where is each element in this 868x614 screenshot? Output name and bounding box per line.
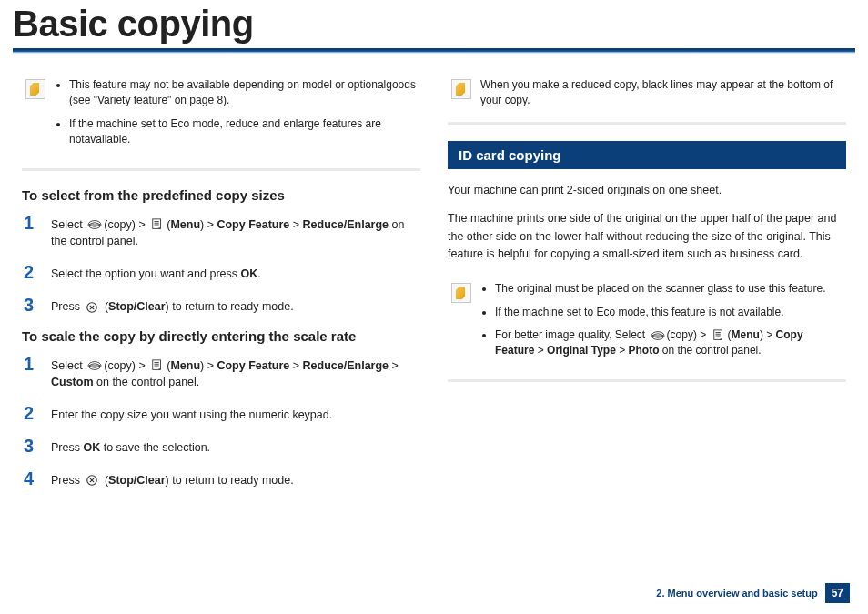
menu-icon: * [149, 218, 166, 231]
custom-label: Custom [51, 376, 94, 388]
copy-icon [86, 359, 103, 372]
step: Select (copy) > *(Menu) > Copy Feature >… [24, 355, 420, 392]
stop-clear-icon [84, 474, 100, 487]
copy-icon [650, 329, 666, 342]
text: (copy) > [667, 328, 710, 341]
text: on the control panel. [660, 344, 762, 357]
step: Select (copy) > *(Menu) > Copy Feature >… [24, 214, 420, 251]
subheading-predefined: To select from the predefined copy sizes [22, 187, 420, 203]
page-title: Basic copying [0, 0, 868, 48]
paragraph: The machine prints one side of the origi… [448, 210, 846, 263]
section-id-card-copying: ID card copying [448, 141, 846, 169]
copy-feature-label: Copy Feature [217, 359, 289, 372]
note-icon [25, 79, 45, 99]
text: > [289, 218, 302, 231]
text: Press [51, 441, 83, 454]
text: ) > [760, 328, 776, 341]
text: . [257, 267, 260, 280]
menu-icon: * [711, 329, 727, 342]
menu-label: Menu [170, 218, 200, 231]
text: Select [51, 359, 86, 372]
text: > [534, 344, 547, 357]
page-number: 57 [825, 583, 850, 603]
note-icon [451, 283, 471, 303]
text: Press [51, 300, 83, 313]
text: > [389, 359, 399, 372]
note-list: The original must be placed on the scann… [480, 281, 843, 367]
photo-label: Photo [629, 344, 660, 357]
left-column: This feature may not be available depend… [22, 70, 420, 501]
steps-scale: Select (copy) > *(Menu) > Copy Feature >… [22, 355, 420, 489]
text: ) to return to ready mode. [166, 474, 294, 487]
note-item: This feature may not be available depend… [69, 77, 417, 109]
ok-label: OK [240, 267, 257, 280]
note-item: If the machine set to Eco mode, reduce a… [69, 116, 417, 148]
text: ) to return to ready mode. [166, 300, 294, 313]
menu-label: Menu [170, 359, 200, 372]
stop-clear-label: Stop/Clear [108, 474, 166, 487]
menu-label: Menu [732, 328, 760, 341]
text: For better image quality, Select [495, 328, 649, 341]
copy-feature-label: Copy Feature [217, 218, 289, 231]
menu-icon: * [149, 359, 166, 372]
copy-icon [86, 218, 103, 231]
text: ) > [200, 218, 217, 231]
note-box-bottom-right: The original must be placed on the scann… [448, 274, 846, 382]
text: (copy) > [104, 359, 148, 372]
step: Press (Stop/Clear) to return to ready mo… [24, 469, 420, 489]
page-footer: 2. Menu overview and basic setup 57 [656, 583, 850, 603]
note-icon [451, 79, 471, 99]
text: > [616, 344, 629, 357]
note-item: If the machine set to Eco mode, this fea… [495, 305, 843, 320]
text: to save the selection. [100, 441, 210, 454]
step: Enter the copy size you want using the n… [24, 404, 420, 424]
reduce-enlarge-label: Reduce/Enlarge [303, 359, 389, 372]
paragraph: Your machine can print 2-sided originals… [448, 182, 846, 199]
subheading-scale: To scale the copy by directly entering t… [22, 328, 420, 344]
text: Select [51, 218, 86, 231]
step: Select the option you want and press OK. [24, 263, 420, 283]
text: (copy) > [104, 218, 148, 231]
text: ( [101, 474, 108, 487]
note-box-top-left: This feature may not be available depend… [22, 70, 420, 171]
reduce-enlarge-label: Reduce/Enlarge [303, 218, 389, 231]
text: Press [51, 474, 83, 487]
text: Select the option you want and press [51, 267, 240, 280]
text: > [289, 359, 302, 372]
step: Press OK to save the selection. [24, 437, 420, 457]
stop-clear-icon [84, 301, 100, 314]
ok-label: OK [83, 441, 100, 454]
stop-clear-label: Stop/Clear [108, 300, 166, 313]
note-box-top-right: When you make a reduced copy, black line… [448, 70, 846, 125]
text: on the control panel. [94, 376, 200, 388]
steps-predefined: Select (copy) > *(Menu) > Copy Feature >… [22, 214, 420, 316]
note-item: For better image quality, Select (copy) … [495, 327, 843, 359]
step: Press (Stop/Clear) to return to ready mo… [24, 296, 420, 316]
text: ) > [200, 359, 217, 372]
note-text: When you make a reduced copy, black line… [480, 77, 843, 109]
original-type-label: Original Type [547, 344, 616, 357]
chapter-label: 2. Menu overview and basic setup [656, 588, 817, 599]
content-columns: This feature may not be available depend… [0, 70, 868, 501]
title-divider [13, 48, 855, 54]
text: ( [101, 300, 108, 313]
right-column: When you make a reduced copy, black line… [448, 70, 846, 501]
note-list: This feature may not be available depend… [55, 77, 417, 156]
note-item: The original must be placed on the scann… [495, 281, 843, 297]
